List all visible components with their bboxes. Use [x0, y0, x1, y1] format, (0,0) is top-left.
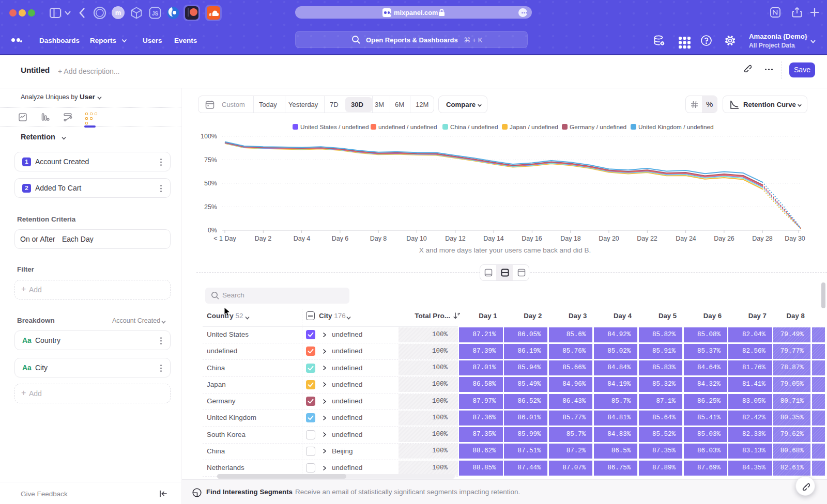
svg-text:JS: JS — [152, 11, 159, 17]
